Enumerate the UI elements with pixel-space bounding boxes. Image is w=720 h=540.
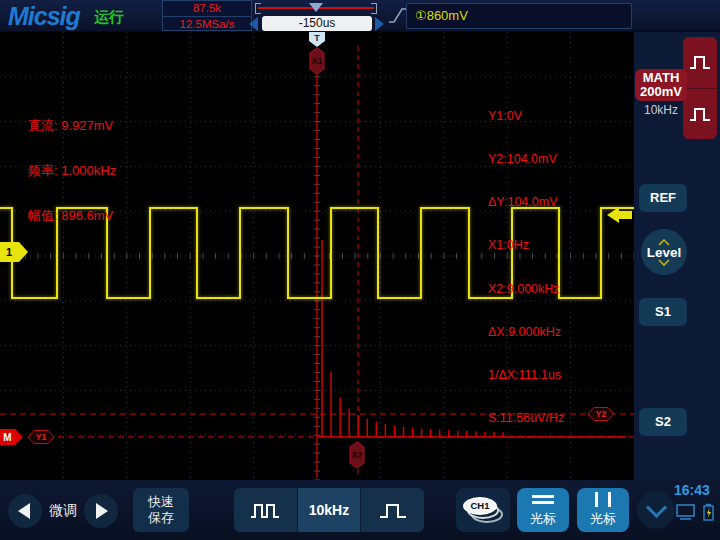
pulse-icon (688, 50, 712, 74)
sample-rate: 12.5MSa/s (163, 17, 251, 31)
math-scale: 200mV (635, 85, 687, 99)
svg-text:M: M (3, 432, 11, 443)
single-pulse-button[interactable] (361, 488, 424, 532)
horizontal-position-value[interactable]: -150us (262, 16, 372, 31)
svg-text:X1: X1 (312, 56, 323, 66)
quick-save-line2: 保存 (133, 510, 189, 526)
sample-depth: 87.5k (163, 1, 251, 17)
wave-select-panel[interactable] (683, 37, 717, 139)
vertical-bars-icon (595, 492, 611, 507)
pulse-down-button[interactable] (683, 89, 717, 140)
left-triangle-icon (18, 503, 30, 519)
scope-screen[interactable]: TX1X2Y1Y21M 直流: 9.927mV 频率: 1.000kHz 幅值:… (0, 32, 634, 480)
channel-label: CH1 (463, 497, 497, 515)
cursor-s: S:11.56uV/Hz (488, 411, 564, 425)
s2-button[interactable]: S2 (639, 408, 687, 436)
system-icons (676, 503, 715, 521)
measure-amplitude: 幅值: 896.6mV (28, 208, 116, 223)
svg-text:1: 1 (6, 246, 12, 258)
chevron-down-icon (657, 259, 671, 266)
measure-dc: 直流: 9.927mV (28, 118, 116, 133)
battery-icon (703, 503, 715, 521)
fine-tune-left-button[interactable] (8, 494, 42, 528)
chevron-down-icon (645, 496, 666, 517)
pulse-train-icon (249, 498, 281, 522)
cursor-x2: X2:9.000kHz (488, 282, 564, 296)
right-triangle-icon (96, 503, 108, 519)
horizontal-position-slider[interactable] (255, 3, 377, 14)
channel-badge: CH1 (463, 497, 503, 523)
math-frequency: 10kHz (635, 103, 687, 117)
level-button[interactable]: Level (641, 229, 687, 275)
pulse-train-button[interactable] (234, 488, 297, 532)
position-right-arrow[interactable] (375, 17, 384, 31)
level-label: Level (647, 246, 682, 259)
vertical-cursor-button[interactable]: 光标 (577, 488, 629, 532)
math-channel-badge[interactable]: MATH 200mV (635, 69, 687, 101)
pulse-up-button[interactable] (683, 37, 717, 89)
acquisition-stats: 87.5k 12.5MSa/s (162, 0, 252, 31)
fine-tune-right-button[interactable] (84, 494, 118, 528)
menu-collapse-button[interactable] (637, 491, 675, 529)
waveform-mode-control: 10kHz (234, 488, 424, 532)
math-label: MATH (635, 71, 687, 85)
position-left-arrow[interactable] (249, 17, 258, 31)
auto-measurements: 直流: 9.927mV 频率: 1.000kHz 幅值: 896.6mV (28, 88, 116, 253)
svg-text:Y1: Y1 (36, 432, 47, 442)
top-status-bar: Micsig 运行 87.5k 12.5MSa/s -150us ①860mV (0, 0, 720, 32)
svg-text:X2: X2 (352, 450, 363, 460)
channel-select-button[interactable]: CH1 (456, 488, 510, 532)
horizontal-cursor-button[interactable]: 光标 (517, 488, 569, 532)
quick-save-button[interactable]: 快速 保存 (133, 488, 189, 532)
brand-logo: Micsig (8, 0, 80, 32)
cursor-x1: X1:0Hz (488, 238, 564, 252)
cursor-dy: ΔY:104.0mV (488, 195, 564, 209)
svg-text:Y2: Y2 (596, 409, 607, 419)
ch1-position-marker (0, 242, 28, 262)
fine-tune-label: 微调 (42, 502, 84, 520)
svg-text:T: T (314, 33, 320, 43)
frequency-display[interactable]: 10kHz (297, 488, 362, 532)
single-pulse-icon (378, 498, 408, 522)
v-cursor-label: 光标 (590, 510, 616, 528)
quick-save-line1: 快速 (133, 494, 189, 510)
h-cursor-label: 光标 (530, 510, 556, 528)
s1-button[interactable]: S1 (639, 298, 687, 326)
right-sidebar: MATH 200mV 10kHz REF Level S1 S2 (634, 32, 720, 480)
trigger-level-readout[interactable]: ①860mV (406, 3, 632, 29)
display-icon (676, 504, 696, 521)
cursor-readout: Y1:0V Y2:104.0mV ΔY:104.0mV X1:0Hz X2:9.… (488, 80, 564, 455)
cursor-y2: Y2:104.0mV (488, 152, 564, 166)
clock: 16:43 (674, 482, 720, 498)
cursor-dx: ΔX:9.000kHz (488, 325, 564, 339)
run-status: 运行 (94, 0, 124, 34)
horizontal-bars-icon (532, 492, 554, 507)
measure-frequency: 频率: 1.000kHz (28, 163, 116, 178)
bottom-toolbar: 微调 快速 保存 10kHz CH1 光标 光标 16:43 (0, 480, 720, 540)
trigger-position-thumb[interactable] (309, 3, 323, 12)
ref-button[interactable]: REF (639, 184, 687, 212)
cursor-y1: Y1:0V (488, 109, 564, 123)
cursor-inv-dx: 1/ΔX:111.1us (488, 368, 564, 382)
pulse-icon (688, 102, 712, 126)
